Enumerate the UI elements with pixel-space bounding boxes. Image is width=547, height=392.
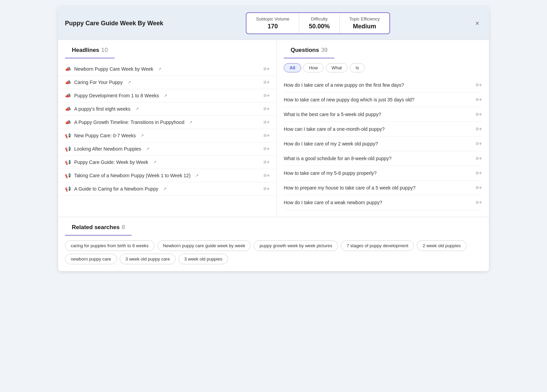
add-to-list-icon[interactable]: ≡+ bbox=[263, 93, 270, 99]
megaphone-icon: 📢 bbox=[65, 133, 71, 138]
external-link-icon[interactable]: ↗ bbox=[164, 93, 167, 98]
filter-tab-is[interactable]: Is bbox=[350, 63, 365, 72]
questions-title: Questions bbox=[291, 47, 319, 53]
headline-text: Caring For Your Puppy bbox=[74, 80, 123, 85]
list-item: 📣 Newborn Puppy Care Week by Week ↗ ≡+ bbox=[58, 62, 277, 76]
list-item: How do I take care of a new puppy on the… bbox=[284, 78, 482, 93]
megaphone-icon: 📣 bbox=[65, 66, 71, 72]
list-item: 📣 A Puppy Growth Timeline: Transitions i… bbox=[58, 116, 277, 129]
related-search-tag[interactable]: 2 week old puppies bbox=[417, 240, 466, 251]
subtopic-volume-value: 170 bbox=[256, 23, 290, 30]
headline-left: 📣 Caring For Your Puppy ↗ bbox=[65, 80, 263, 85]
list-item: 📢 Puppy Care Guide: Week by Week ↗ ≡+ bbox=[58, 156, 277, 169]
list-item: 📢 New Puppy Care: 0-7 Weeks ↗ ≡+ bbox=[58, 129, 277, 142]
add-to-list-icon[interactable]: ≡+ bbox=[263, 146, 270, 152]
close-button[interactable]: × bbox=[472, 18, 482, 28]
list-item: How do I take care of a weak newborn pup… bbox=[284, 195, 482, 210]
headline-left: 📣 A puppy's first eight weeks ↗ bbox=[65, 106, 263, 112]
add-to-list-icon[interactable]: ≡+ bbox=[263, 119, 270, 125]
add-to-list-icon[interactable]: ≡+ bbox=[476, 155, 482, 162]
headlines-column: Headlines10 📣 Newborn Puppy Care Week by… bbox=[58, 40, 277, 217]
add-to-list-icon[interactable]: ≡+ bbox=[476, 170, 482, 176]
external-link-icon[interactable]: ↗ bbox=[153, 160, 157, 165]
external-link-icon[interactable]: ↗ bbox=[158, 67, 161, 71]
related-search-tag[interactable]: Newborn puppy care guide week by week bbox=[157, 240, 251, 251]
subtopic-volume-label: Subtopic Volume bbox=[256, 16, 290, 22]
add-to-list-icon[interactable]: ≡+ bbox=[476, 111, 482, 117]
question-text: How to prepare my house to take care of … bbox=[284, 185, 476, 191]
headlines-count: 10 bbox=[101, 47, 108, 53]
list-item: 📢 Looking After Newborn Puppies ↗ ≡+ bbox=[58, 142, 277, 156]
add-to-list-icon[interactable]: ≡+ bbox=[476, 82, 482, 88]
question-text: How do I take care of a weak newborn pup… bbox=[284, 200, 476, 205]
list-item: 📣 A puppy's first eight weeks ↗ ≡+ bbox=[58, 102, 277, 116]
related-section-header: Related searches8 bbox=[65, 224, 132, 236]
headline-left: 📣 Puppy Development From 1 to 8 Weeks ↗ bbox=[65, 93, 263, 98]
question-text: How to take care of my 5-8 puppy properl… bbox=[284, 170, 476, 176]
questions-section-header: Questions39 bbox=[284, 47, 334, 58]
external-link-icon[interactable]: ↗ bbox=[128, 80, 131, 85]
add-to-list-icon[interactable]: ≡+ bbox=[263, 186, 270, 192]
headlines-title: Headlines bbox=[72, 47, 99, 53]
related-search-tag[interactable]: newborn puppy care bbox=[65, 254, 117, 264]
headlines-header-wrap: Headlines10 bbox=[58, 47, 277, 58]
external-link-icon[interactable]: ↗ bbox=[146, 146, 149, 151]
add-to-list-icon[interactable]: ≡+ bbox=[263, 159, 270, 165]
tags-container: caring for puppies from birth to 8 weeks… bbox=[65, 240, 482, 264]
headline-left: 📣 A Puppy Growth Timeline: Transitions i… bbox=[65, 120, 263, 125]
add-to-list-icon[interactable]: ≡+ bbox=[263, 172, 270, 179]
add-to-list-icon[interactable]: ≡+ bbox=[476, 199, 482, 206]
main-panel: Puppy Care Guide Week By Week Subtopic V… bbox=[58, 7, 489, 271]
header: Puppy Care Guide Week By Week Subtopic V… bbox=[58, 7, 489, 40]
filter-tab-how[interactable]: How bbox=[303, 63, 324, 72]
external-link-icon[interactable]: ↗ bbox=[189, 120, 192, 125]
headlines-section-header: Headlines10 bbox=[65, 47, 115, 58]
headline-left: 📢 New Puppy Care: 0-7 Weeks ↗ bbox=[65, 133, 263, 138]
megaphone-icon: 📣 bbox=[65, 93, 71, 98]
add-to-list-icon[interactable]: ≡+ bbox=[263, 106, 270, 112]
question-text: What is the best care for a 5-week old p… bbox=[284, 112, 476, 117]
related-search-tag[interactable]: 7 stages of puppy development bbox=[341, 240, 414, 251]
headline-left: 📢 Puppy Care Guide: Week by Week ↗ bbox=[65, 159, 263, 165]
add-to-list-icon[interactable]: ≡+ bbox=[476, 126, 482, 132]
megaphone-icon: 📣 bbox=[65, 120, 71, 125]
stats-box: Subtopic Volume 170 Difficulty 50.00% To… bbox=[246, 12, 390, 34]
related-search-tag[interactable]: 3 week old puppy care bbox=[120, 254, 176, 264]
questions-count: 39 bbox=[321, 47, 328, 53]
add-to-list-icon[interactable]: ≡+ bbox=[263, 132, 270, 139]
related-title: Related searches bbox=[72, 224, 120, 230]
megaphone-icon: 📣 bbox=[65, 80, 71, 85]
megaphone-icon: 📣 bbox=[65, 106, 71, 112]
related-header-wrap: Related searches8 bbox=[65, 224, 482, 236]
list-item: How to prepare my house to take care of … bbox=[284, 181, 482, 195]
headline-left: 📣 Newborn Puppy Care Week by Week ↗ bbox=[65, 66, 263, 72]
external-link-icon[interactable]: ↗ bbox=[195, 173, 199, 178]
related-search-tag[interactable]: puppy growth week by week pictures bbox=[254, 240, 338, 251]
difficulty-stat: Difficulty 50.00% bbox=[299, 13, 339, 33]
add-to-list-icon[interactable]: ≡+ bbox=[263, 66, 270, 72]
filter-tab-all[interactable]: All bbox=[284, 63, 301, 72]
question-text: How do I take care of a new puppy on the… bbox=[284, 82, 476, 88]
filter-tab-what[interactable]: What bbox=[326, 63, 348, 72]
headline-text: Puppy Development From 1 to 8 Weeks bbox=[74, 93, 159, 98]
list-item: What is a good schedule for an 8-week-ol… bbox=[284, 151, 482, 166]
external-link-icon[interactable]: ↗ bbox=[135, 107, 139, 111]
related-search-tag[interactable]: caring for puppies from birth to 8 weeks bbox=[65, 240, 155, 251]
difficulty-label: Difficulty bbox=[309, 16, 330, 22]
headline-left: 📢 A Guide to Caring for a Newborn Puppy … bbox=[65, 186, 263, 192]
questions-column: Questions39 AllHowWhatIs How do I take c… bbox=[277, 40, 489, 217]
related-search-tag[interactable]: 3 week old puppies bbox=[178, 254, 228, 264]
list-item: How do I take care of my 2 week old pupp… bbox=[284, 137, 482, 151]
headline-text: A Puppy Growth Timeline: Transitions in … bbox=[74, 120, 184, 125]
headline-text: A Guide to Caring for a Newborn Puppy bbox=[74, 186, 158, 192]
external-link-icon[interactable]: ↗ bbox=[163, 186, 166, 191]
external-link-icon[interactable]: ↗ bbox=[141, 133, 144, 138]
headline-text: A puppy's first eight weeks bbox=[74, 106, 131, 112]
add-to-list-icon[interactable]: ≡+ bbox=[476, 97, 482, 103]
add-to-list-icon[interactable]: ≡+ bbox=[263, 79, 270, 85]
list-item: How can I take care of a one-month-old p… bbox=[284, 122, 482, 137]
add-to-list-icon[interactable]: ≡+ bbox=[476, 185, 482, 191]
question-text: How do I take care of my 2 week old pupp… bbox=[284, 141, 476, 146]
page-title: Puppy Care Guide Week By Week bbox=[65, 20, 163, 27]
add-to-list-icon[interactable]: ≡+ bbox=[476, 141, 482, 147]
